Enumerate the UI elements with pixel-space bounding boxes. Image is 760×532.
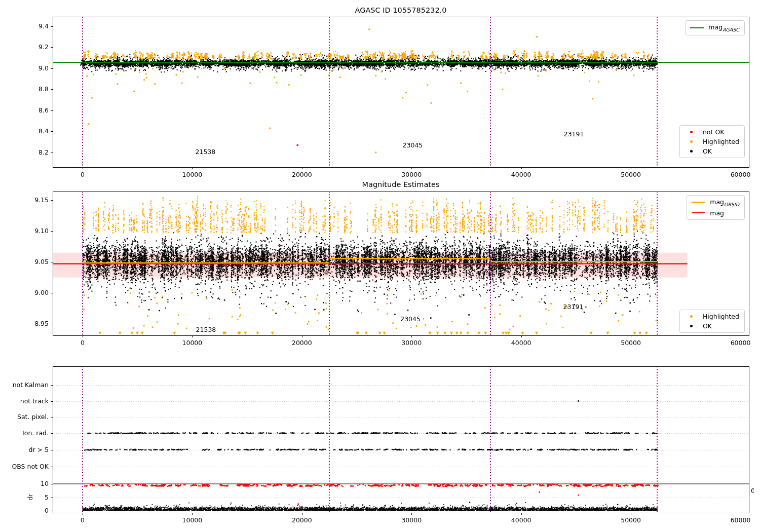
x-tick-label: 30000 (394, 171, 429, 179)
dr-tick-label: 10 (0, 480, 49, 488)
flag-row-label: OBS not OK (0, 463, 49, 471)
legend-item: magOBSID (692, 198, 739, 207)
x-tick-label: 10000 (174, 339, 210, 347)
legend-item: Highlighted (685, 138, 739, 145)
clipped-edge-label: 0 (751, 487, 754, 495)
legend-label: not OK (703, 128, 724, 136)
y-tick-label: 9.05 (0, 258, 49, 266)
y-tick-label: 9.4 (0, 22, 49, 30)
x-tick-label: 40000 (504, 339, 539, 347)
legend-label: magAGASC (708, 23, 739, 32)
x-tick-label: 50000 (613, 516, 649, 524)
legend-label: magOBSID (710, 198, 739, 207)
x-tick-label: 20000 (284, 516, 320, 524)
obsid-annotation: 23045 (392, 141, 433, 149)
legend-point-types-2: HighlightedOK (679, 310, 745, 333)
legend-dot-swatch (685, 140, 698, 143)
legend-label: OK (703, 147, 712, 155)
y-tick-label: 8.6 (0, 106, 49, 115)
legend-label: mag (710, 209, 724, 217)
y-tick-label: 9.2 (0, 43, 49, 51)
legend-line-swatch (692, 202, 705, 203)
x-tick-label: 20000 (284, 171, 320, 179)
y-tick-label: 9.10 (0, 227, 49, 235)
y-tick-label: 8.8 (0, 85, 49, 93)
legend-item: mag (692, 209, 739, 217)
legend-item: magAGASC (690, 23, 739, 32)
y-tick-label: 8.95 (0, 320, 49, 328)
x-tick-label: 60000 (723, 171, 758, 179)
legend-point-types: not OKHighlightedOK (679, 125, 745, 158)
obsid-annotation: 23045 (390, 315, 431, 323)
legend-line-swatch (692, 212, 705, 213)
y-tick-label: 9.15 (0, 196, 49, 204)
legend-dot-swatch (685, 150, 698, 153)
x-tick-label: 20000 (284, 339, 320, 347)
y-tick-label: 8.2 (0, 148, 49, 157)
legend-dot-swatch (685, 315, 698, 318)
x-tick-label: 0 (65, 516, 100, 524)
legend-line-swatch (690, 27, 704, 28)
chart-title-magnitude-estimates: Magnitude Estimates (53, 180, 749, 188)
x-tick-label: 60000 (723, 516, 758, 524)
flag-row-label: not Kalman (0, 381, 49, 389)
dr-axis-label: dr (26, 492, 34, 502)
y-tick-label: 9.0 (0, 64, 49, 72)
legend-item: Highlighted (685, 313, 739, 320)
flag-row-label: Sat. pixel. (0, 413, 49, 421)
obsid-annotation: 23191 (553, 303, 593, 311)
x-tick-label: 0 (65, 171, 100, 179)
y-tick-label: 8.4 (0, 127, 49, 135)
x-tick-label: 40000 (504, 171, 539, 179)
flag-row-label: dr > 5 (0, 446, 49, 454)
figure-canvas (0, 0, 760, 532)
legend-label: Highlighted (703, 138, 739, 145)
legend-mag-agasc: magAGASC (685, 20, 745, 35)
legend-dot-swatch (685, 325, 698, 327)
legend-mag-lines: magOBSIDmag (687, 195, 745, 220)
x-tick-label: 40000 (504, 516, 539, 524)
legend-dot-swatch (685, 131, 698, 133)
chart-title-agasc: AGASC ID 1055785232.0 (53, 6, 749, 14)
obsid-annotation: 21538 (185, 148, 225, 156)
x-tick-label: 50000 (613, 339, 649, 347)
legend-item: OK (685, 147, 739, 155)
flag-row-label: Ion. rad. (0, 429, 49, 437)
obsid-annotation: 21538 (185, 326, 226, 334)
x-tick-label: 10000 (174, 171, 210, 179)
flag-row-label: not track (0, 397, 49, 405)
legend-label: Highlighted (703, 313, 739, 320)
x-tick-label: 60000 (723, 339, 758, 347)
x-tick-label: 30000 (394, 339, 429, 347)
legend-item: not OK (685, 128, 739, 136)
legend-item: OK (685, 322, 739, 330)
dr-tick-label: 0 (0, 507, 49, 515)
x-tick-label: 50000 (613, 171, 649, 179)
dr-tick-label: 5 (0, 493, 49, 502)
x-tick-label: 0 (65, 339, 100, 347)
x-tick-label: 30000 (394, 516, 429, 524)
figure: AGASC ID 1055785232.0 Magnitude Estimate… (0, 0, 760, 532)
y-tick-label: 9.00 (0, 289, 49, 297)
x-tick-label: 10000 (174, 516, 210, 524)
legend-label: OK (703, 322, 712, 330)
obsid-annotation: 23191 (554, 130, 594, 138)
